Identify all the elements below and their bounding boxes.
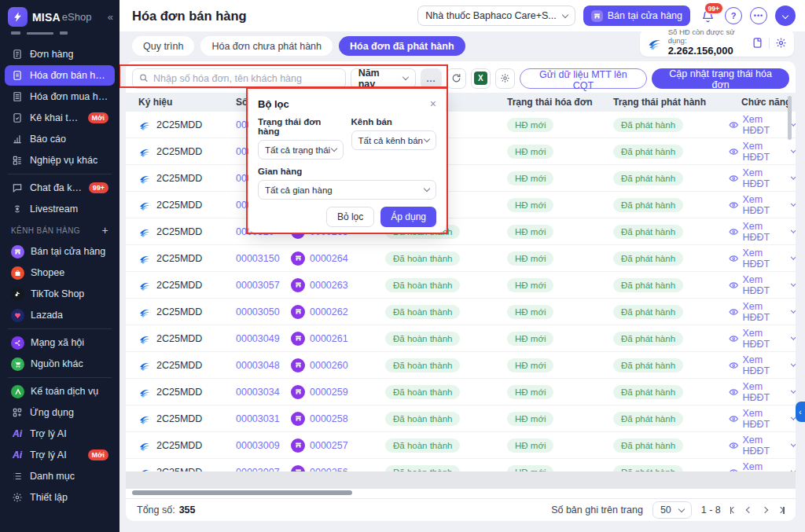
more-menu-button[interactable]: •••	[750, 7, 767, 24]
sidebar-item-nghiep-vu-khac[interactable]: Nghiệp vụ khác	[5, 150, 115, 171]
search-input[interactable]	[153, 73, 339, 84]
notifications-button[interactable]: 99+	[698, 6, 717, 25]
view-einvoice-action[interactable]: Xem HĐĐT	[719, 461, 796, 472]
quota-settings-icon[interactable]	[775, 37, 787, 49]
invoice-no-link[interactable]: 00003034	[236, 387, 291, 398]
collapse-panel-edge-button[interactable]: ‹	[796, 402, 805, 422]
help-button[interactable]: ?	[725, 7, 742, 24]
refresh-icon	[451, 73, 461, 83]
order-no-link[interactable]: 0000258	[310, 413, 348, 424]
symbol-cell: 2C25MDD	[138, 172, 236, 185]
date-filter-select[interactable]: Năm nay	[351, 68, 417, 89]
next-page-button[interactable]	[763, 508, 767, 512]
view-einvoice-action[interactable]: Xem HĐĐT	[719, 354, 796, 376]
invoice-status-badge: HĐ mới	[507, 305, 553, 319]
sidebar-item-shopee[interactable]: Shopee	[5, 262, 115, 283]
user-avatar-button[interactable]	[775, 6, 796, 26]
view-einvoice-action[interactable]: Xem HĐĐT	[719, 274, 796, 296]
invoice-no-link[interactable]: 00003049	[236, 333, 291, 344]
close-icon[interactable]: ×	[430, 97, 436, 110]
sidebar-collapse-button[interactable]: «	[108, 11, 113, 23]
channel-select[interactable]: Tất cả kênh bán	[351, 130, 437, 150]
last-page-button[interactable]	[778, 507, 785, 514]
sidebar-item-ke-toan-dich-vu[interactable]: Kế toán dịch vụ	[5, 381, 115, 402]
update-invoice-status-button[interactable]: Cập nhật trạng thái hóa đơn	[652, 68, 789, 89]
order-no-link[interactable]: 0000262	[310, 306, 348, 317]
send-mtt-button[interactable]: Gửi dữ liệu MTT lên CQT	[520, 68, 648, 89]
search-box[interactable]	[132, 68, 346, 89]
clear-filter-button[interactable]: Bỏ lọc	[326, 207, 374, 227]
order-no-link[interactable]: 0000264	[310, 253, 348, 264]
view-einvoice-action[interactable]: Xem HĐĐT	[719, 435, 796, 457]
sidebar-item-don-hang[interactable]: Đơn hàng	[5, 44, 115, 64]
order-no-link[interactable]: 0000259	[310, 387, 348, 398]
apply-filter-button[interactable]: Áp dụng	[380, 207, 436, 227]
invoice-no-link[interactable]: 00003150	[236, 253, 291, 264]
view-einvoice-action[interactable]: Xem HĐĐT	[719, 328, 796, 350]
view-einvoice-action[interactable]: Xem HĐĐT	[719, 114, 796, 136]
sidebar-item-label: Danh mục	[30, 471, 75, 482]
invoice-no-link[interactable]: 00003050	[236, 306, 291, 317]
view-einvoice-action[interactable]: Xem HĐĐT	[719, 221, 796, 243]
order-status-badge: Đã hoàn thành	[385, 438, 460, 453]
sidebar-item-nguon-khac[interactable]: Nguồn khác	[5, 354, 115, 374]
view-einvoice-action[interactable]: Xem HĐĐT	[719, 167, 796, 189]
invoice-no-link[interactable]: 00003048	[236, 360, 291, 371]
invoice-no-link[interactable]: 00003057	[236, 280, 291, 291]
more-filters-button[interactable]: ...	[421, 68, 442, 89]
export-excel-button[interactable]: X	[471, 68, 491, 89]
misa-symbol-icon	[138, 145, 151, 158]
invoice-no-link[interactable]: 00003009	[236, 440, 291, 451]
store-selector[interactable]: Nhà thuốc Baphaco Care+S...	[417, 6, 575, 26]
mang-xa-hoi-icon	[11, 336, 24, 350]
sidebar-item-thiet-lap[interactable]: Thiết lập	[5, 487, 115, 508]
invoice-status-cell: HĐ mới	[503, 412, 613, 426]
badge: 99+	[89, 182, 108, 193]
app-logo[interactable]: MISA eShop «	[0, 0, 119, 31]
publish-status-badge: Đã phát hành	[613, 305, 683, 319]
order-status-select[interactable]: Tất cả trạng thái	[258, 140, 344, 160]
view-einvoice-action[interactable]: Xem HĐĐT	[719, 408, 796, 430]
sidebar-item-hoa-don-mua-hang[interactable]: Hóa đơn mua hàng	[5, 86, 115, 107]
order-no-link[interactable]: 0000260	[310, 360, 348, 371]
order-no-link[interactable]: 0000257	[310, 440, 348, 451]
per-page-label: Số bản ghi trên trang	[551, 504, 643, 515]
invoice-no-link[interactable]: 00003031	[236, 413, 291, 424]
view-einvoice-action[interactable]: Xem HĐĐT	[719, 194, 796, 216]
horizontal-scrollbar[interactable]	[132, 490, 352, 495]
sidebar-item-ban-tai-cua-hang[interactable]: Bán tại cửa hàng	[5, 241, 115, 262]
view-einvoice-action[interactable]: Xem HĐĐT	[719, 141, 796, 163]
first-page-button[interactable]	[730, 507, 737, 514]
view-einvoice-action[interactable]: Xem HĐĐT	[719, 381, 796, 403]
refresh-button[interactable]	[447, 68, 466, 89]
shop-label: Gian hàng	[258, 167, 436, 176]
sidebar-item-bao-cao[interactable]: Báo cáo	[5, 129, 115, 149]
channel-label: Kênh bán	[351, 117, 437, 127]
prev-page-button[interactable]	[747, 508, 752, 512]
sidebar-item-hoa-don-ban-hang[interactable]: Hóa đơn bán hàng	[5, 65, 115, 86]
sidebar-item-livestream[interactable]: Livestream	[5, 199, 115, 219]
sidebar-item-mang-xa-hoi[interactable]: Mạng xã hội	[5, 332, 115, 353]
document-icon[interactable]	[752, 37, 763, 49]
add-channel-button[interactable]: +	[101, 224, 108, 237]
pos-sale-button[interactable]: Bán tại cửa hàng	[583, 6, 690, 26]
sidebar-item-lazada[interactable]: Lazada	[5, 305, 115, 325]
table-settings-button[interactable]	[495, 68, 515, 89]
sidebar-item-danh-muc[interactable]: Danh mục	[5, 466, 115, 486]
tab-da-phat-hanh[interactable]: Hóa đơn đã phát hành	[339, 36, 465, 56]
sidebar-item-tiktok-shop[interactable]: TikTok Shop	[5, 284, 115, 304]
sidebar-item-tro-ly-ai-2[interactable]: AiTrợ lý AIMới	[5, 445, 115, 465]
view-einvoice-action[interactable]: Xem HĐĐT	[719, 301, 796, 323]
sidebar-item-ung-dung[interactable]: Ứng dụng	[5, 402, 115, 423]
order-no-link[interactable]: 0000263	[310, 280, 348, 291]
order-no-link[interactable]: 0000261	[310, 333, 348, 344]
sidebar-item-chat-da-kenh[interactable]: Chat đa kênh99+	[5, 178, 115, 198]
shop-select[interactable]: Tất cả gian hàng	[258, 180, 436, 200]
tab-quy-trinh[interactable]: Quy trình	[132, 36, 194, 56]
view-einvoice-action[interactable]: Xem HĐĐT	[719, 248, 796, 270]
tab-chua-phat-hanh[interactable]: Hóa đơn chưa phát hành	[200, 36, 333, 56]
sidebar-item-ke-khai-thue[interactable]: Kê khai thuếMới	[5, 108, 115, 128]
sidebar-item-tro-ly-ai[interactable]: AiTrợ lý AI	[5, 424, 115, 444]
per-page-select[interactable]: 50	[652, 501, 692, 519]
vertical-scrollbar[interactable]	[788, 96, 792, 140]
